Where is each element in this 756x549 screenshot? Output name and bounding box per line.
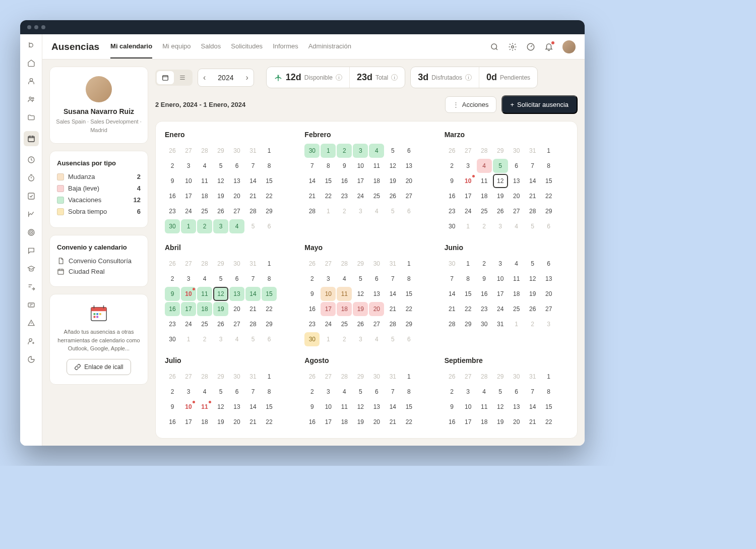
day-cell[interactable]: 14 xyxy=(245,400,261,414)
day-cell[interactable]: 4 xyxy=(337,385,352,399)
day-cell[interactable]: 1 xyxy=(262,144,277,158)
day-cell[interactable]: 29 xyxy=(213,144,228,158)
target-icon[interactable] xyxy=(27,228,36,237)
day-cell[interactable]: 8 xyxy=(461,272,476,286)
day-cell[interactable]: 31 xyxy=(245,257,261,271)
day-cell[interactable]: 27 xyxy=(321,257,336,271)
day-cell[interactable]: 22 xyxy=(541,189,556,203)
day-cell[interactable]: 24 xyxy=(181,317,196,331)
day-cell[interactable]: 28 xyxy=(525,204,540,218)
day-cell[interactable]: 14 xyxy=(304,174,320,188)
gear-icon[interactable] xyxy=(508,42,517,51)
day-cell[interactable]: 6 xyxy=(369,385,384,399)
day-cell[interactable]: 31 xyxy=(493,317,508,331)
day-cell[interactable]: 3 xyxy=(213,332,228,346)
day-cell[interactable]: 26 xyxy=(165,370,180,384)
day-cell[interactable]: 2 xyxy=(445,385,460,399)
day-cell[interactable]: 3 xyxy=(461,159,476,173)
adduser-icon[interactable] xyxy=(27,337,36,346)
day-cell[interactable]: 21 xyxy=(385,415,400,429)
day-cell[interactable]: 19 xyxy=(353,302,368,316)
day-cell[interactable]: 27 xyxy=(181,257,196,271)
day-cell[interactable]: 28 xyxy=(477,144,492,158)
day-cell[interactable]: 4 xyxy=(229,332,244,346)
day-cell[interactable]: 3 xyxy=(493,219,508,233)
day-cell[interactable]: 29 xyxy=(493,144,508,158)
day-cell[interactable]: 19 xyxy=(525,287,540,301)
day-cell[interactable]: 20 xyxy=(369,302,384,316)
day-cell[interactable]: 8 xyxy=(262,385,277,399)
year-prev[interactable]: ‹ xyxy=(198,69,211,86)
day-cell[interactable]: 26 xyxy=(304,370,320,384)
day-cell[interactable]: 28 xyxy=(245,204,261,218)
day-cell[interactable]: 26 xyxy=(525,302,540,316)
day-cell[interactable]: 9 xyxy=(304,400,320,414)
day-cell[interactable]: 9 xyxy=(165,174,180,188)
day-cell[interactable]: 6 xyxy=(229,272,244,286)
day-cell[interactable]: 21 xyxy=(525,189,540,203)
traffic-light-max[interactable] xyxy=(41,25,45,29)
day-cell[interactable]: 28 xyxy=(477,370,492,384)
day-cell[interactable]: 21 xyxy=(304,189,320,203)
day-cell[interactable]: 7 xyxy=(385,385,400,399)
day-cell[interactable]: 15 xyxy=(461,287,476,301)
day-cell[interactable]: 30 xyxy=(304,332,320,346)
day-cell[interactable]: 5 xyxy=(525,219,540,233)
day-cell[interactable]: 14 xyxy=(525,174,540,188)
day-cell[interactable]: 29 xyxy=(262,317,277,331)
day-cell[interactable]: 1 xyxy=(461,257,476,271)
day-cell[interactable]: 5 xyxy=(245,332,261,346)
gauge-icon[interactable] xyxy=(526,42,535,51)
day-cell[interactable]: 10 xyxy=(493,272,508,286)
day-cell[interactable]: 13 xyxy=(229,174,244,188)
chat-icon[interactable] xyxy=(27,246,36,255)
day-cell[interactable]: 20 xyxy=(541,287,556,301)
day-cell[interactable]: 4 xyxy=(197,272,212,286)
day-cell[interactable]: 2 xyxy=(477,219,492,233)
day-cell[interactable]: 7 xyxy=(245,385,261,399)
calendar-icon[interactable] xyxy=(24,131,39,146)
day-cell[interactable]: 2 xyxy=(304,272,320,286)
year-next[interactable]: › xyxy=(240,69,253,86)
day-cell[interactable]: 25 xyxy=(197,204,212,218)
day-cell[interactable]: 13 xyxy=(509,174,524,188)
day-cell[interactable]: 21 xyxy=(245,302,261,316)
day-cell[interactable]: 15 xyxy=(321,174,336,188)
day-cell[interactable]: 29 xyxy=(353,370,368,384)
day-cell[interactable]: 6 xyxy=(229,159,244,173)
day-cell[interactable]: 1 xyxy=(321,204,336,218)
day-cell[interactable]: 27 xyxy=(509,204,524,218)
day-cell[interactable]: 1 xyxy=(321,332,336,346)
day-cell[interactable]: 2 xyxy=(337,204,352,218)
day-cell[interactable]: 31 xyxy=(525,144,540,158)
day-cell[interactable]: 16 xyxy=(165,415,180,429)
day-cell[interactable]: 4 xyxy=(369,204,384,218)
day-cell[interactable]: 6 xyxy=(541,257,556,271)
day-cell[interactable]: 10 xyxy=(321,287,336,301)
day-cell[interactable]: 20 xyxy=(509,415,524,429)
day-cell[interactable]: 3 xyxy=(181,159,196,173)
day-cell[interactable]: 16 xyxy=(304,415,320,429)
day-cell[interactable]: 5 xyxy=(353,385,368,399)
day-cell[interactable]: 14 xyxy=(385,400,400,414)
day-cell[interactable]: 22 xyxy=(461,302,476,316)
day-cell[interactable]: 30 xyxy=(445,219,460,233)
day-cell[interactable]: 24 xyxy=(493,302,508,316)
day-cell[interactable]: 8 xyxy=(262,272,277,286)
day-cell[interactable]: 1 xyxy=(541,370,556,384)
day-cell[interactable]: 28 xyxy=(385,317,400,331)
day-cell[interactable]: 1 xyxy=(262,370,277,384)
day-cell[interactable]: 18 xyxy=(477,415,492,429)
search-icon[interactable] xyxy=(490,42,499,51)
day-cell[interactable]: 9 xyxy=(165,400,180,414)
day-cell[interactable]: 29 xyxy=(213,370,228,384)
day-cell[interactable]: 6 xyxy=(401,204,416,218)
day-cell[interactable]: 2 xyxy=(337,332,352,346)
convenio-row[interactable]: Ciudad Real xyxy=(57,268,141,275)
day-cell[interactable]: 31 xyxy=(245,370,261,384)
day-cell[interactable]: 4 xyxy=(477,159,492,173)
day-cell[interactable]: 6 xyxy=(262,219,277,233)
day-cell[interactable]: 27 xyxy=(181,144,196,158)
day-cell[interactable]: 3 xyxy=(181,272,196,286)
day-cell[interactable]: 13 xyxy=(509,400,524,414)
